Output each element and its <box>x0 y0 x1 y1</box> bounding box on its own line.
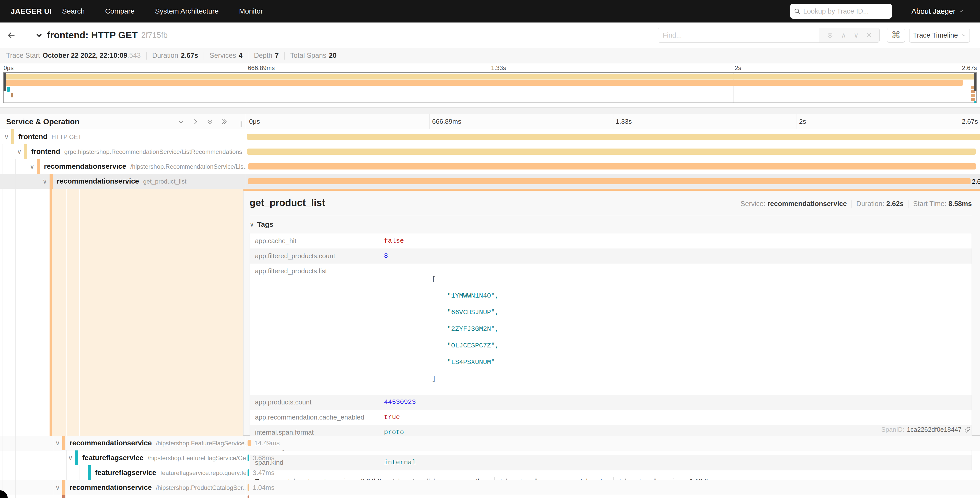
timeline-ticks-header: 0μs 666.89ms 1.33s 2s 2.67s <box>246 114 980 129</box>
span-rows-top: ∨ frontendHTTP GET ∨ frontendgrpc.hipste… <box>0 129 980 189</box>
trace-summary-bar: Trace Start October 22 2022, 22:10:09 .5… <box>0 48 980 64</box>
trace-minimap: 0μs 666.89ms 1.33s 2s 2.67s <box>0 64 980 107</box>
span-bar[interactable] <box>248 440 251 446</box>
total-spans-label: Total Spans <box>290 52 326 59</box>
chevron-down-icon <box>961 33 966 38</box>
span-bar[interactable] <box>248 455 249 461</box>
tag-key: app.filtered_products.list <box>250 263 382 395</box>
chevron-down-icon[interactable]: ∨ <box>42 177 47 185</box>
minimap-span-bar <box>4 80 963 86</box>
span-bar[interactable] <box>248 495 249 498</box>
span-row-featureflag-ge[interactable]: ∨ featureflagservice/hipstershop.Feature… <box>0 450 980 465</box>
chevron-down-icon[interactable]: ∨ <box>55 484 60 492</box>
depth-value: 7 <box>275 52 279 59</box>
chevron-down-icon[interactable]: ∨ <box>68 454 73 462</box>
span-row-frontend-http-get[interactable]: ∨ frontendHTTP GET <box>0 129 980 144</box>
timeline-tick-2: 1.33s <box>616 118 632 126</box>
collapse-all-icon[interactable] <box>206 118 213 126</box>
find-box: ∧ ∨ ✕ <box>658 28 880 43</box>
minimap-tick-4: 2.67s <box>962 64 977 72</box>
span-service: recommendationservice <box>70 484 152 492</box>
tag-row: app.filtered_products.list [ "1YMWWN1N4O… <box>250 263 972 395</box>
chevron-down-icon[interactable]: ∨ <box>17 148 22 156</box>
detail-duration-label: Duration: <box>856 200 885 208</box>
tags-section-title: Tags <box>257 220 274 228</box>
span-row-frontend-grpc[interactable]: ∨ frontendgrpc.hipstershop.Recommendatio… <box>0 144 980 159</box>
span-row-partial[interactable] <box>0 495 980 498</box>
find-next-icon[interactable]: ∨ <box>854 31 859 39</box>
span-row-get-product-list[interactable]: ∨ recommendationserviceget_product_list … <box>0 174 980 189</box>
minimap-right-handle[interactable] <box>974 73 977 91</box>
minimap-canvas[interactable] <box>3 72 977 103</box>
tags-table: app.cache_hit false app.filtered_product… <box>250 233 972 470</box>
detail-operation-title: get_product_list <box>250 197 325 208</box>
span-service: recommendationservice <box>44 162 126 170</box>
duration-value: 2.67s <box>181 52 198 59</box>
find-clear-icon[interactable]: ✕ <box>866 31 872 39</box>
chevron-down-icon[interactable]: ∨ <box>4 133 9 141</box>
minimap-tick-2: 1.33s <box>491 64 506 72</box>
collapse-trace-toggle[interactable] <box>35 31 43 40</box>
span-duration-label: 2.62s <box>972 178 980 185</box>
span-service: featureflagservice <box>95 469 156 477</box>
span-operation: grpc.hipstershop.RecommendationService/L… <box>64 148 242 155</box>
trace-id-search[interactable] <box>790 4 892 19</box>
span-id-value: 1ca2262df0e18447 <box>907 426 962 433</box>
tag-row: app.recommendation.cache_enabled true <box>250 410 972 425</box>
find-controls: ∧ ∨ ✕ <box>819 28 879 42</box>
back-button[interactable] <box>0 22 23 48</box>
span-bar[interactable] <box>248 469 249 476</box>
find-input[interactable] <box>658 28 819 42</box>
trace-start-ms: .543 <box>127 52 141 59</box>
app-brand[interactable]: JAEGER UI <box>11 7 52 16</box>
chevron-down-icon[interactable]: ∨ <box>55 439 60 447</box>
collapse-one-icon[interactable] <box>177 118 185 126</box>
nav-item-monitor[interactable]: Monitor <box>229 0 273 22</box>
span-row-recommendation-grpc[interactable]: ∨ recommendationservice/hipstershop.Reco… <box>0 159 980 174</box>
about-jaeger-menu[interactable]: About Jaeger <box>911 0 964 22</box>
keyboard-shortcuts-button[interactable]: ⌘ <box>887 28 905 43</box>
span-bar[interactable] <box>247 148 976 155</box>
find-prev-icon[interactable]: ∧ <box>841 31 846 39</box>
trace-view-select[interactable]: Trace Timeline <box>909 28 970 43</box>
nav-item-search[interactable]: Search <box>52 0 95 22</box>
minimap-span-bar <box>7 87 10 92</box>
minimap-span-bar <box>4 74 974 80</box>
span-row-productcatalog-grpc[interactable]: ∨ recommendationservice/hipstershop.Prod… <box>0 480 980 495</box>
span-bar[interactable] <box>248 178 970 184</box>
trace-view-label: Trace Timeline <box>913 32 958 39</box>
span-bar[interactable] <box>247 134 980 140</box>
tag-row: app.cache_hit false <box>250 233 972 249</box>
nav-item-compare[interactable]: Compare <box>95 0 145 22</box>
chevron-down-icon <box>959 8 964 14</box>
span-duration-label: 14.49ms <box>254 439 280 447</box>
locate-icon[interactable] <box>826 32 834 39</box>
expand-one-icon[interactable] <box>192 118 199 126</box>
span-bar[interactable] <box>248 484 249 491</box>
column-resize-grip[interactable] <box>240 121 242 127</box>
tag-value: 8 <box>382 249 391 263</box>
chevron-down-icon[interactable]: ∨ <box>30 163 35 171</box>
detail-start-value: 8.58ms <box>948 200 972 208</box>
minimap-left-handle[interactable] <box>3 73 6 91</box>
minimap-tick-1: 666.89ms <box>248 64 275 72</box>
detail-service-value: recommendationservice <box>767 200 847 208</box>
span-id-row: SpanID: 1ca2262df0e18447 <box>881 426 971 433</box>
about-jaeger-label: About Jaeger <box>911 7 956 16</box>
span-operation: /hipstershop.FeatureFlagService... <box>156 440 246 447</box>
nav-item-system-architecture[interactable]: System Architecture <box>145 0 229 22</box>
span-id-label: SpanID: <box>881 426 904 433</box>
trace-start-value: October 22 2022, 22:10:09 <box>43 52 127 59</box>
timeline-tick-3: 2s <box>799 118 806 126</box>
span-bar[interactable] <box>248 163 976 169</box>
expand-all-icon[interactable] <box>220 118 228 126</box>
span-operation: /hipstershop.ProductCatalogSer... <box>156 484 246 491</box>
span-service: frontend <box>18 132 48 140</box>
search-icon <box>794 7 801 15</box>
span-row-featureflag-repo-query[interactable]: featureflagservicefeatureflagservice.rep… <box>0 465 980 480</box>
tags-section-toggle[interactable]: ∨ Tags <box>250 220 972 228</box>
link-icon[interactable] <box>964 426 971 433</box>
span-row-featureflag-grpc[interactable]: ∨ recommendationservice/hipstershop.Feat… <box>0 436 980 450</box>
tag-key: app.products.count <box>250 395 382 410</box>
trace-id-search-input[interactable] <box>803 7 888 15</box>
